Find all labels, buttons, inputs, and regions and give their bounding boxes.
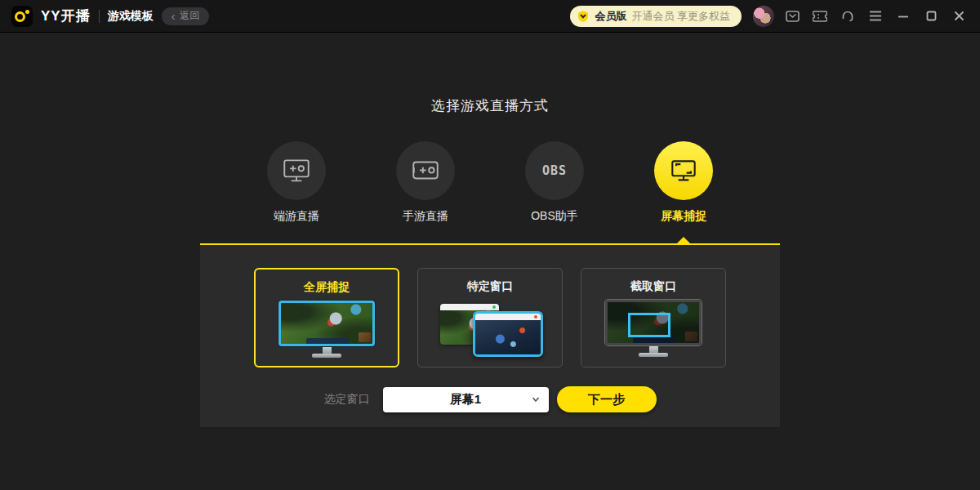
logo-dot bbox=[25, 10, 29, 14]
mode-item-mobile-game[interactable]: 手游直播 bbox=[361, 141, 490, 224]
obs-icon: OBS bbox=[525, 141, 584, 200]
obs-icon-text: OBS bbox=[542, 163, 567, 178]
ticket-icon[interactable] bbox=[810, 7, 830, 26]
chevron-left-icon: ‹ bbox=[172, 11, 176, 22]
vip-banner[interactable]: 会员版 开通会员 享更多权益 bbox=[570, 6, 742, 27]
maximize-icon[interactable] bbox=[921, 7, 941, 26]
template-label: 游戏模板 bbox=[108, 9, 154, 24]
logo-ring bbox=[15, 11, 25, 22]
vip-promo-text: 开通会员 享更多权益 bbox=[631, 9, 730, 24]
mobile-game-icon bbox=[396, 141, 455, 200]
vip-badge-icon bbox=[577, 10, 590, 23]
windows-illustration bbox=[435, 300, 545, 360]
titlebar-right: 会员版 开通会员 享更多权益 bbox=[570, 6, 969, 27]
mode-label: OBS助手 bbox=[531, 209, 578, 224]
chevron-down-icon bbox=[531, 394, 541, 404]
avatar[interactable] bbox=[753, 6, 774, 27]
mode-item-screen-capture[interactable]: 屏幕捕捉 bbox=[619, 141, 748, 224]
capture-panel: 全屏捕捉 特定窗口 bbox=[200, 243, 780, 427]
next-button[interactable]: 下一步 bbox=[557, 386, 657, 412]
mode-selector: 端游直播 手游直播 OBS OBS助手 bbox=[232, 141, 748, 224]
mode-item-pc-game[interactable]: 端游直播 bbox=[232, 141, 361, 224]
region-monitor-illustration bbox=[605, 300, 702, 357]
page-title: 选择游戏直播方式 bbox=[431, 96, 549, 115]
titlebar: YY开播 游戏模板 ‹ 返回 会员版 开通会员 享更多权益 bbox=[0, 0, 980, 33]
divider bbox=[99, 10, 100, 23]
capture-option-specific-window[interactable]: 特定窗口 bbox=[417, 268, 563, 368]
mode-label: 端游直播 bbox=[274, 209, 319, 224]
screen-capture-icon bbox=[654, 141, 713, 200]
capture-option-region[interactable]: 截取窗口 bbox=[581, 268, 726, 368]
close-icon[interactable] bbox=[949, 7, 969, 26]
selected-mode-pointer bbox=[677, 237, 690, 243]
capture-options: 全屏捕捉 特定窗口 bbox=[200, 245, 780, 368]
mode-label: 手游直播 bbox=[403, 209, 448, 224]
main-content: 选择游戏直播方式 端游直播 bbox=[0, 33, 980, 490]
menu-icon[interactable] bbox=[866, 7, 885, 26]
mode-label: 屏幕捕捉 bbox=[661, 209, 706, 224]
fullscreen-monitor-illustration bbox=[278, 301, 375, 358]
capture-option-label: 特定窗口 bbox=[467, 279, 513, 294]
window-select-label: 选定窗口 bbox=[324, 392, 370, 407]
back-button-label: 返回 bbox=[180, 9, 199, 23]
capture-option-label: 截取窗口 bbox=[630, 279, 676, 294]
app-window: YY开播 游戏模板 ‹ 返回 会员版 开通会员 享更多权益 bbox=[0, 0, 980, 490]
titlebar-left: YY开播 游戏模板 ‹ 返回 bbox=[11, 6, 209, 27]
app-logo-icon bbox=[11, 6, 33, 27]
minimize-icon[interactable] bbox=[893, 7, 913, 26]
window-select-value: 屏幕1 bbox=[450, 392, 481, 408]
mail-icon[interactable] bbox=[782, 7, 802, 26]
capture-option-fullscreen[interactable]: 全屏捕捉 bbox=[254, 268, 399, 368]
window-select-dropdown[interactable]: 屏幕1 bbox=[383, 387, 549, 412]
vip-badge-label: 会员版 bbox=[595, 9, 626, 24]
mode-item-obs[interactable]: OBS OBS助手 bbox=[490, 141, 619, 224]
pc-game-icon bbox=[267, 141, 326, 200]
headset-icon[interactable] bbox=[838, 7, 858, 26]
back-button[interactable]: ‹ 返回 bbox=[162, 7, 210, 25]
app-title: YY开播 bbox=[41, 7, 91, 25]
window-select-row: 选定窗口 屏幕1 下一步 bbox=[200, 386, 780, 412]
capture-option-label: 全屏捕捉 bbox=[304, 280, 350, 295]
